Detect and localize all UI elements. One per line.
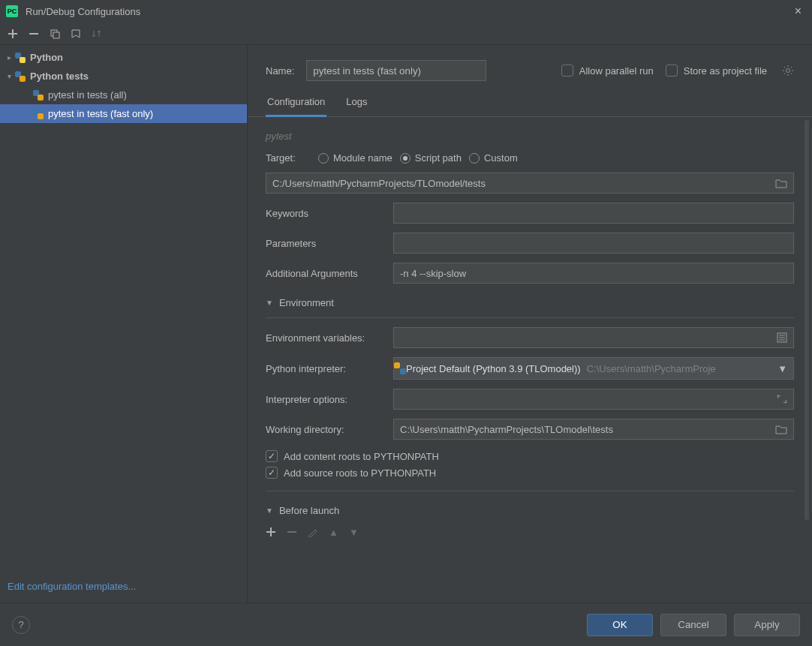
env-vars-row: Environment variables: — [266, 327, 794, 348]
pytest-icon — [14, 71, 27, 82]
config-name-input[interactable] — [306, 60, 486, 81]
help-button[interactable]: ? — [12, 616, 30, 634]
move-down-button[interactable]: ▼ — [349, 527, 359, 538]
pytest-icon — [32, 109, 45, 119]
keywords-row: Keywords — [266, 203, 794, 224]
additional-args-row: Additional Arguments — [266, 263, 794, 284]
config-editor: Name: Allow parallel run Store as projec… — [248, 45, 812, 602]
checkbox-icon — [266, 467, 278, 479]
env-vars-input[interactable] — [393, 327, 794, 348]
target-radio-group: Module name Script path Custom — [318, 152, 518, 164]
title-bar: PC Run/Debug Configurations × — [0, 0, 812, 23]
svg-point-2 — [786, 69, 790, 73]
working-directory-row: Working directory: — [266, 419, 794, 440]
checkbox-icon — [561, 65, 573, 77]
tree-node-python-tests[interactable]: ▾ Python tests — [0, 67, 247, 86]
gear-icon[interactable] — [782, 65, 794, 77]
expand-icon[interactable] — [777, 394, 787, 404]
tree-node-python[interactable]: ▸ Python — [0, 48, 247, 67]
config-form: pytest Target: Module name Script path C… — [248, 117, 812, 602]
add-source-roots-checkbox[interactable]: Add source roots to PYTHONPATH — [266, 467, 794, 479]
sort-config-button[interactable] — [92, 29, 102, 39]
tree-item-label: pytest in tests (fast only) — [45, 108, 153, 119]
interpreter-options-row: Interpreter options: — [266, 389, 794, 410]
radio-module-name[interactable]: Module name — [318, 152, 392, 164]
save-config-button[interactable] — [71, 29, 81, 39]
interpreter-options-input[interactable] — [393, 389, 794, 410]
cancel-button[interactable]: Cancel — [660, 614, 726, 636]
keywords-input[interactable] — [393, 203, 794, 224]
tab-configuration[interactable]: Configuration — [266, 89, 326, 117]
add-content-roots-checkbox[interactable]: Add content roots to PYTHONPATH — [266, 450, 794, 462]
separator — [266, 491, 794, 491]
config-toolbar — [0, 23, 812, 45]
checkbox-label: Allow parallel run — [579, 65, 654, 77]
apply-button[interactable]: Apply — [734, 614, 800, 636]
interpreter-dropdown[interactable]: Project Default (Python 3.9 (TLOmodel)) … — [393, 357, 794, 380]
env-vars-label: Environment variables: — [266, 332, 386, 344]
remove-task-button[interactable] — [287, 527, 297, 538]
chevron-down-icon: ▾ — [5, 72, 14, 80]
parameters-input[interactable] — [393, 233, 794, 254]
checkbox-label: Add source roots to PYTHONPATH — [284, 467, 436, 479]
tree-item-pytest-all[interactable]: pytest in tests (all) — [0, 86, 247, 104]
checkbox-icon — [266, 450, 278, 462]
tree-item-label: pytest in tests (all) — [45, 89, 127, 101]
config-tabs: Configuration Logs — [248, 89, 812, 117]
allow-parallel-checkbox[interactable]: Allow parallel run — [561, 65, 654, 77]
folder-icon[interactable] — [775, 178, 787, 188]
additional-args-input[interactable] — [393, 263, 794, 284]
edit-task-button[interactable] — [308, 527, 318, 538]
add-task-button[interactable] — [266, 527, 276, 538]
interpreter-label: Python interpreter: — [266, 363, 386, 374]
tree-label: Python tests — [27, 71, 89, 82]
edit-templates-link[interactable]: Edit configuration templates... — [0, 575, 143, 602]
checkbox-label: Add content roots to PYTHONPATH — [284, 451, 439, 462]
before-launch-section-header[interactable]: ▼ Before launch — [266, 505, 794, 516]
section-pytest: pytest — [266, 131, 794, 142]
before-launch-toolbar: ▲ ▼ — [266, 522, 794, 548]
section-label: Before launch — [279, 505, 339, 516]
name-label: Name: — [266, 65, 294, 77]
svg-rect-1 — [53, 32, 59, 38]
config-tree: ▸ Python ▾ Python tests pytest in tests … — [0, 45, 248, 602]
dialog-button-bar: ? OK Cancel Apply — [0, 602, 812, 646]
working-directory-input[interactable] — [393, 419, 794, 440]
target-path-row — [266, 173, 794, 194]
parameters-row: Parameters — [266, 233, 794, 254]
checkbox-icon — [666, 65, 678, 77]
list-icon[interactable] — [777, 332, 787, 343]
radio-custom[interactable]: Custom — [469, 152, 518, 164]
copy-config-button[interactable] — [50, 29, 60, 39]
folder-icon[interactable] — [775, 424, 787, 434]
add-config-button[interactable] — [8, 29, 18, 39]
move-up-button[interactable]: ▲ — [329, 527, 338, 538]
environment-section-header[interactable]: ▼ Environment — [266, 297, 794, 308]
interpreter-path: C:\Users\matth\PycharmProje — [587, 363, 771, 374]
chevron-down-icon: ▼ — [777, 363, 787, 374]
scrollbar[interactable] — [804, 120, 809, 520]
target-label: Target: — [266, 152, 311, 164]
radio-script-path[interactable]: Script path — [400, 152, 462, 164]
interpreter-options-label: Interpreter options: — [266, 394, 386, 405]
interpreter-row: Python interpreter: Project Default (Pyt… — [266, 357, 794, 380]
chevron-down-icon: ▼ — [266, 299, 273, 307]
close-icon[interactable]: × — [790, 5, 806, 18]
window-title: Run/Debug Configurations — [26, 6, 790, 17]
main-split: ▸ Python ▾ Python tests pytest in tests … — [0, 45, 812, 602]
target-row: Target: Module name Script path Custom — [266, 152, 794, 164]
target-path-input[interactable] — [266, 173, 794, 194]
python-icon — [14, 53, 27, 63]
tree-label: Python — [27, 52, 63, 63]
ok-button[interactable]: OK — [587, 614, 653, 636]
store-as-file-checkbox[interactable]: Store as project file — [666, 65, 767, 77]
pytest-icon — [32, 90, 45, 101]
parameters-label: Parameters — [266, 238, 386, 249]
tab-logs[interactable]: Logs — [344, 89, 368, 116]
app-icon: PC — [6, 5, 18, 17]
checkbox-label: Store as project file — [684, 65, 767, 77]
tree-item-pytest-fast[interactable]: pytest in tests (fast only) — [0, 104, 247, 123]
remove-config-button[interactable] — [29, 29, 39, 39]
additional-args-label: Additional Arguments — [266, 268, 386, 279]
separator — [266, 317, 794, 318]
